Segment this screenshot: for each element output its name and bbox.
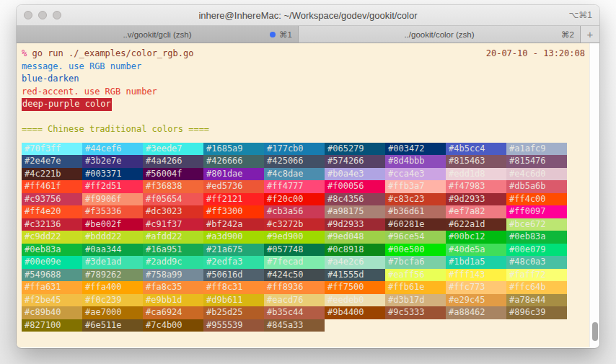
palette-cell: #dc3023 bbox=[143, 205, 203, 218]
palette-cell: #789262 bbox=[82, 269, 143, 282]
palette-cell: #a4e2c6 bbox=[325, 256, 385, 269]
palette-cell: #00e500 bbox=[385, 244, 446, 257]
palette-cell: #d3b17d bbox=[385, 294, 446, 307]
new-tab-button[interactable]: + bbox=[581, 26, 599, 43]
palette-cell: #be002f bbox=[82, 218, 143, 231]
palette-cell: #faff72 bbox=[506, 269, 567, 282]
palette-grid: #70f3ff#44cef6#3eede7#1685a9#177cb0#0652… bbox=[22, 143, 589, 332]
palette-cell: #0eb83a bbox=[22, 244, 82, 257]
palette-cell: #c83c23 bbox=[385, 193, 446, 206]
palette-cell: #9d2933 bbox=[446, 193, 506, 206]
palette-cell: #4c8dae bbox=[264, 168, 325, 181]
palette-cell: #426666 bbox=[203, 155, 264, 168]
palette-cell: #ffa631 bbox=[22, 281, 82, 294]
palette-cell: #3de1ad bbox=[82, 256, 143, 269]
palette-cell: #ff8936 bbox=[264, 281, 325, 294]
palette-cell: #eacd76 bbox=[264, 294, 325, 307]
terminal-content[interactable]: % go run ./_examples/color_rgb.go 20-07-… bbox=[17, 43, 589, 347]
palette-cell: #ffb61e bbox=[385, 281, 446, 294]
palette-cell: #c89b40 bbox=[22, 306, 82, 319]
tab-gcli-label: ..v/gookit/gcli (zsh) bbox=[123, 30, 191, 39]
palette-cell: #21a675 bbox=[203, 244, 264, 257]
palette-cell: #c91f37 bbox=[143, 218, 203, 231]
palette-cell: #f35336 bbox=[82, 205, 143, 218]
palette-cell: #7bcfa6 bbox=[385, 256, 446, 269]
palette-cell: #0aa344 bbox=[82, 244, 143, 257]
palette-cell: #2edfa3 bbox=[203, 256, 264, 269]
palette-cell: #ae7000 bbox=[82, 306, 143, 319]
palette-cell: #ff4c00 bbox=[506, 193, 567, 206]
palette-cell: #b25d25 bbox=[203, 306, 264, 319]
output-line-highlighted: deep-purple color bbox=[22, 98, 589, 111]
palette-cell: #ff2d51 bbox=[82, 180, 143, 193]
palette-cell: #00e079 bbox=[506, 244, 567, 257]
minimize-button[interactable] bbox=[38, 11, 47, 19]
palette-cell: #2e4e7e bbox=[22, 155, 82, 168]
palette-cell: #a78e44 bbox=[506, 294, 567, 307]
palette-cell: #3eede7 bbox=[143, 143, 203, 156]
palette-cell: #177cb0 bbox=[264, 143, 325, 156]
palette-cell: #424c50 bbox=[264, 269, 325, 282]
palette-cell: #815476 bbox=[506, 155, 567, 168]
tab-gcli[interactable]: ..v/gookit/gcli (zsh) ⌘1 bbox=[17, 26, 299, 43]
palette-cell: #b0a4e3 bbox=[325, 168, 385, 181]
close-button[interactable] bbox=[24, 11, 32, 19]
palette-cell: #574266 bbox=[325, 155, 385, 168]
palette-cell: #b35c44 bbox=[264, 306, 325, 319]
palette-cell: #9ed900 bbox=[264, 231, 325, 244]
palette-cell: #ff8c31 bbox=[203, 281, 264, 294]
scrollbar-track[interactable] bbox=[589, 43, 599, 347]
window-titlebar[interactable]: inhere@InhereMac: ~/Workspace/godev/gook… bbox=[17, 5, 599, 26]
palette-cell: #ffa400 bbox=[82, 281, 143, 294]
palette-cell: #d9b611 bbox=[203, 294, 264, 307]
output-line: message. use RGB number bbox=[22, 61, 589, 74]
palette-cell: #f36838 bbox=[143, 180, 203, 193]
palette-cell: #a98175 bbox=[325, 205, 385, 218]
palette-cell: #a1afc9 bbox=[506, 143, 567, 156]
palette-cell: #96ce54 bbox=[385, 231, 446, 244]
palette-cell: #1685a9 bbox=[203, 143, 264, 156]
palette-cell: #9ed048 bbox=[325, 231, 385, 244]
palette-cell: #425066 bbox=[264, 155, 325, 168]
palette-cell: #c93756 bbox=[22, 193, 82, 206]
palette-cell: #bce672 bbox=[506, 218, 567, 231]
palette-cell: #f2be45 bbox=[22, 294, 82, 307]
palette-cell: #bddd22 bbox=[82, 231, 143, 244]
palette-cell: #ffb3a7 bbox=[385, 180, 446, 193]
palette-cell: #c3272b bbox=[264, 218, 325, 231]
tab-bar: ..v/gookit/gcli (zsh) ⌘1 ../gookit/color… bbox=[17, 26, 599, 43]
zoom-button[interactable] bbox=[53, 11, 61, 19]
palette-cell: #ff461f bbox=[22, 180, 82, 193]
tab-color-shortcut: ⌘2 bbox=[561, 30, 574, 40]
palette-cell: #16a951 bbox=[143, 244, 203, 257]
palette-cell: #70f3ff bbox=[22, 143, 82, 156]
palette-cell: #ed5736 bbox=[203, 180, 264, 193]
palette-cell: #ff2121 bbox=[203, 193, 264, 206]
palette-cell: #ff4777 bbox=[264, 180, 325, 193]
window-title: inhere@InhereMac: ~/Workspace/godev/gook… bbox=[17, 10, 599, 21]
palette-cell: #f05654 bbox=[143, 193, 203, 206]
palette-cell: #622a1d bbox=[446, 218, 506, 231]
palette-cell: #7fecad bbox=[264, 256, 325, 269]
palette-cell: #815463 bbox=[446, 155, 506, 168]
palette-cell: #065279 bbox=[325, 143, 385, 156]
palette-cell: #4a4266 bbox=[143, 155, 203, 168]
palette-cell: #6e511e bbox=[82, 319, 143, 332]
palette-cell: #00e09e bbox=[22, 256, 82, 269]
palette-cell: #801dae bbox=[203, 168, 264, 181]
palette-cell: #f00056 bbox=[325, 180, 385, 193]
palette-cell: #4b5cc4 bbox=[446, 143, 506, 156]
palette-cell: #057748 bbox=[264, 244, 325, 257]
palette-cell: #60281e bbox=[385, 218, 446, 231]
tab-color[interactable]: ../gookit/color (zsh) ⌘2 bbox=[299, 26, 581, 43]
palette-cell: #44cef6 bbox=[82, 143, 143, 156]
palette-heading: ==== Chinese traditional colors ==== bbox=[22, 123, 589, 136]
palette-cell: #8c4356 bbox=[325, 193, 385, 206]
window-shortcut-badge: ⌥⌘1 bbox=[568, 10, 592, 20]
palette-cell: #ca6924 bbox=[143, 306, 203, 319]
palette-cell: #56004f bbox=[143, 168, 203, 181]
scrollbar-thumb[interactable] bbox=[592, 322, 598, 341]
palette-cell: #9b4400 bbox=[325, 306, 385, 319]
tab-color-label: ../gookit/color (zsh) bbox=[404, 30, 474, 39]
palette-cell: #896c39 bbox=[506, 306, 567, 319]
